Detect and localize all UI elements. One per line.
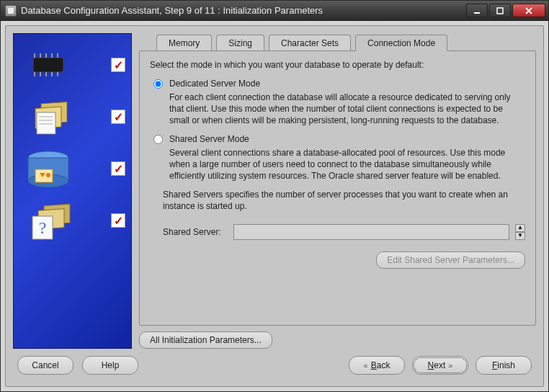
minimize-button[interactable] (466, 4, 488, 17)
help-button[interactable]: Help (82, 356, 138, 375)
sidebar-step-2: ✓ (19, 96, 125, 138)
shared-server-spinner: ▲ ▼ (515, 224, 525, 240)
tab-panel-connection-mode: Select the mode in which you want your d… (139, 50, 536, 326)
svg-rect-0 (474, 12, 480, 14)
window-title: Database Configuration Assistant, Step 9… (21, 5, 323, 16)
radio-shared[interactable] (153, 135, 163, 144)
spinner-up[interactable]: ▲ (515, 224, 525, 232)
option-shared[interactable]: Shared Server Mode Several client connec… (150, 134, 525, 182)
tab-memory[interactable]: Memory (156, 35, 212, 50)
shared-server-row: Shared Server: ▲ ▼ (163, 224, 525, 240)
app-icon (5, 5, 17, 17)
next-button[interactable]: Next » (412, 356, 468, 375)
tabbar: Memory Sizing Character Sets Connection … (139, 33, 536, 50)
chip-icon (19, 44, 77, 86)
back-arrow-icon: « (364, 361, 368, 370)
step-2-checkbox: ✓ (111, 110, 125, 124)
sidebar-step-1: ✓ (19, 44, 125, 86)
db-storage-icon (19, 148, 77, 190)
svg-text:?: ? (39, 218, 47, 237)
finish-button[interactable]: Finish (476, 356, 532, 375)
close-button[interactable] (512, 4, 545, 17)
step-4-checkbox: ✓ (111, 213, 125, 228)
option-dedicated[interactable]: Dedicated Server Mode For each client co… (150, 79, 525, 127)
svg-rect-1 (497, 8, 503, 14)
help-folders-icon: ? (19, 200, 77, 241)
folders-icon (19, 96, 77, 138)
radio-dedicated[interactable] (153, 79, 163, 89)
svg-point-24 (46, 173, 50, 177)
client-area: ✓ ✓ (5, 25, 544, 387)
dedicated-desc: For each client connection the database … (169, 92, 525, 127)
svg-rect-15 (37, 112, 55, 134)
sidebar-step-4: ? ✓ (19, 200, 125, 241)
edit-shared-params-button[interactable]: Edit Shared Server Parameters... (376, 251, 525, 269)
shared-server-input[interactable] (233, 224, 509, 240)
app-window: Database Configuration Assistant, Step 9… (0, 0, 549, 392)
shared-note: Shared Servers specifies the number of s… (163, 189, 525, 212)
dedicated-title: Dedicated Server Mode (169, 79, 525, 89)
next-arrow-icon: » (448, 361, 452, 370)
wizard-footer: Cancel Help « Back Next » Finish (13, 349, 536, 382)
tab-connection-mode[interactable]: Connection Mode (355, 35, 447, 51)
wizard-sidebar: ✓ ✓ (13, 33, 132, 349)
shared-title: Shared Server Mode (169, 134, 525, 144)
back-button[interactable]: « Back (349, 356, 405, 375)
tab-character-sets[interactable]: Character Sets (269, 35, 351, 50)
step-3-checkbox: ✓ (111, 161, 125, 176)
intro-text: Select the mode in which you want your d… (150, 60, 525, 70)
sidebar-step-3: ✓ (19, 148, 125, 190)
all-init-params-button[interactable]: All Initialization Parameters... (139, 331, 272, 349)
titlebar: Database Configuration Assistant, Step 9… (1, 1, 548, 21)
svg-rect-2 (33, 58, 63, 72)
tab-sizing[interactable]: Sizing (216, 35, 264, 50)
step-1-checkbox: ✓ (111, 58, 125, 72)
shared-server-label: Shared Server: (163, 227, 228, 237)
spinner-down[interactable]: ▼ (515, 232, 525, 240)
shared-desc: Several client connections share a datab… (169, 147, 525, 182)
maximize-button[interactable] (489, 4, 511, 17)
main-panel: Memory Sizing Character Sets Connection … (139, 33, 536, 349)
cancel-button[interactable]: Cancel (17, 356, 73, 375)
